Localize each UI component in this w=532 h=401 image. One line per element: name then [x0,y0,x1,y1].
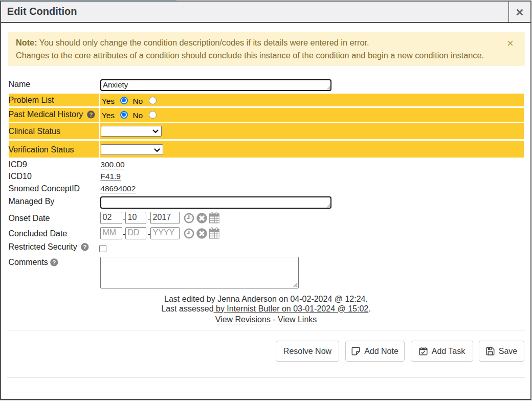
svg-text:?: ? [89,112,93,118]
svg-text:?: ? [83,244,86,250]
svg-text:?: ? [52,259,56,265]
